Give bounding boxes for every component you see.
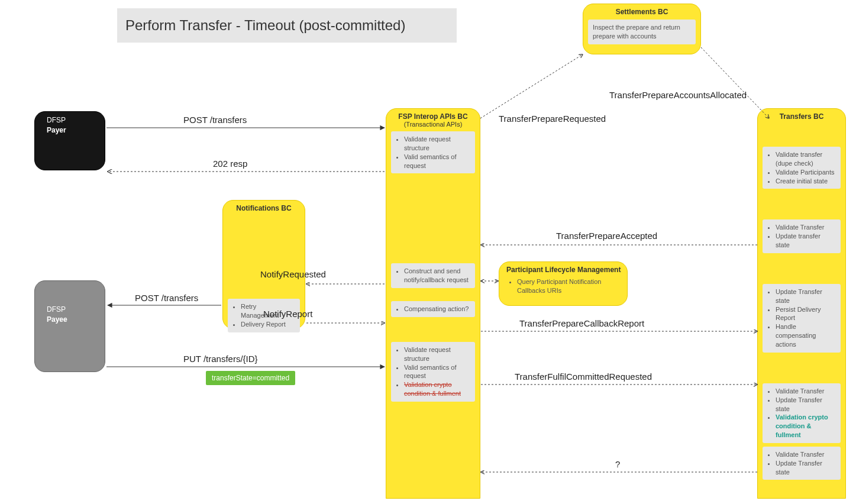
fsp-note-d: Validate request structure Valid semanti… [391,342,475,402]
label-notify-report: NotifyReport [263,309,312,319]
diagram-stage: Perform Transfer - Timeout (post-committ… [0,0,856,504]
label-post-transfers-2: POST /transfers [135,293,198,303]
dfsp-payer: DFSP Payer [34,111,105,170]
label-transfer-prepare-accepted: TransferPrepareAccepted [556,231,657,241]
transfers-note-c: Update Transfer state Persist Delivery R… [763,284,841,353]
label-transfer-prepare-callback-report: TransferPrepareCallbackReport [519,318,644,328]
notifications-header: Notifications BC [223,201,305,212]
plm-header: Participant Lifecycle Management [499,262,627,274]
diagram-title: Perform Transfer - Timeout (post-committ… [117,8,457,43]
transfers-bc: Transfers BC Validate transfer (dupe che… [757,108,846,499]
dfsp-payee-label: DFSP Payee [35,281,105,325]
label-post-transfers: POST /transfers [183,115,247,125]
settlements-header: Settlements BC [583,4,700,16]
transfers-note-e: Validate Transfer Update Transfer state [763,447,841,480]
label-transfer-prepare-requested: TransferPrepareRequested [499,114,606,124]
transfers-note-b: Validate Transfer Update transfer state [763,219,841,253]
label-transfer-fulfil-committed-requested: TransferFulfilCommittedRequested [515,371,652,382]
dfsp-payee: DFSP Payee [34,280,105,372]
label-notify-requested: NotifyRequested [260,269,326,279]
dfsp-payer-label: DFSP Payer [35,112,105,135]
fsp-note-a: Validate request structure Valid semanti… [391,131,475,173]
label-put-transfers-id: PUT /transfers/{ID} [183,354,258,364]
transfers-header: Transfers BC [758,109,845,121]
svg-line-3 [701,47,769,118]
label-question: ? [615,459,620,469]
label-202-resp: 202 resp [213,159,247,169]
fsp-header: FSP Interop APIs BC [386,109,480,121]
settlements-bc: Settlements BC Inspect the prepare and r… [583,4,701,54]
label-transfer-prepare-accounts-allocated: TransferPrepareAccountsAllocated [609,90,747,100]
settlements-note: Inspect the prepare and return prepare w… [588,20,696,44]
plm-note: Query Participant Notification Callbacks… [504,274,622,299]
participant-lifecycle: Participant Lifecycle Management Query P… [499,261,628,306]
fsp-note-c: Compensating action? [391,301,475,317]
fsp-interop-bc: FSP Interop APIs BC (Transactional APIs)… [386,108,480,499]
fsp-subheader: (Transactional APIs) [386,121,480,128]
transfers-note-d: Validate Transfer Update Transfer state … [763,383,841,443]
transfers-note-a: Validate transfer (dupe check) Validate … [763,147,841,189]
transfer-state-badge: transferState=committed [206,371,295,385]
fsp-note-b: Construct and send notify/callback reque… [391,263,475,288]
svg-line-2 [480,54,583,118]
